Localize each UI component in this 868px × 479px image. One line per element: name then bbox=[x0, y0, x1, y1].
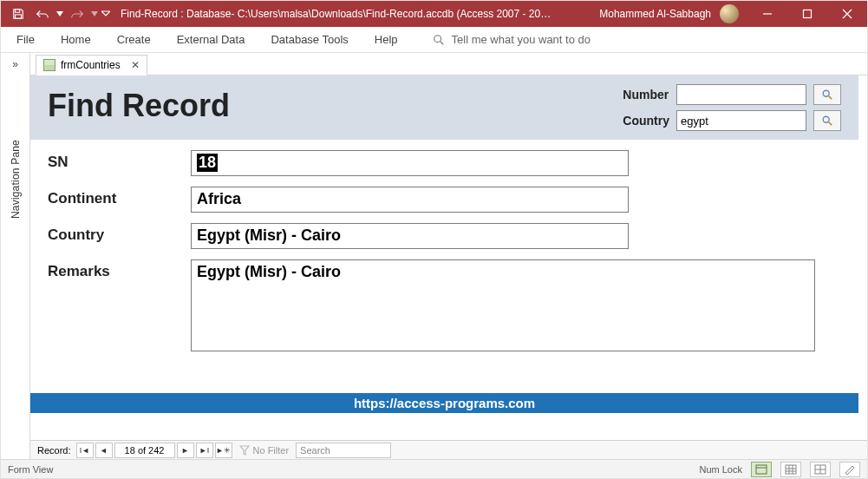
user-name[interactable]: Mohammed Al-Sabbagh bbox=[599, 8, 711, 20]
tab-file[interactable]: File bbox=[16, 33, 35, 46]
magnifier-icon bbox=[821, 115, 833, 127]
form-icon bbox=[43, 59, 55, 71]
tab-create[interactable]: Create bbox=[117, 33, 151, 46]
magnifier-icon bbox=[821, 89, 833, 101]
tell-me-label: Tell me what you want to do bbox=[452, 33, 591, 46]
first-record-button[interactable]: I◄ bbox=[76, 443, 94, 458]
minimize-button[interactable] bbox=[747, 1, 787, 27]
qat-customize-icon[interactable] bbox=[100, 1, 112, 27]
tab-label: frmCountries bbox=[61, 59, 121, 71]
datasheet-view-icon bbox=[785, 464, 797, 475]
statusbar: Form View Num Lock bbox=[1, 459, 867, 478]
form-header: Find Record Number Country bbox=[30, 75, 858, 140]
svg-line-6 bbox=[829, 96, 832, 100]
avatar[interactable] bbox=[720, 4, 739, 23]
filter-icon bbox=[239, 445, 250, 456]
search-panel: Number Country bbox=[623, 84, 843, 131]
search-country-button[interactable] bbox=[813, 110, 841, 131]
svg-line-4 bbox=[440, 41, 443, 44]
form-body: SN 18 Continent Africa Country Egypt (Mi… bbox=[30, 140, 858, 369]
svg-line-8 bbox=[829, 122, 832, 126]
new-record-button[interactable]: ►✳ bbox=[215, 443, 232, 458]
close-tab-icon[interactable]: ✕ bbox=[131, 59, 140, 71]
record-search-input[interactable]: Search bbox=[296, 443, 391, 458]
search-country-label: Country bbox=[623, 114, 669, 128]
quick-access-toolbar bbox=[1, 1, 112, 27]
datasheet-view-button[interactable] bbox=[780, 462, 801, 477]
sn-field[interactable]: 18 bbox=[191, 150, 629, 176]
continent-field[interactable]: Africa bbox=[191, 187, 629, 213]
search-country-input[interactable] bbox=[676, 110, 806, 131]
search-number-label: Number bbox=[623, 88, 669, 102]
record-counter[interactable]: 18 of 242 bbox=[114, 443, 175, 458]
navigation-pane-label: Navigation Pane bbox=[10, 140, 22, 219]
remarks-label: Remarks bbox=[48, 259, 191, 280]
undo-dropdown-icon[interactable] bbox=[55, 1, 65, 27]
document-tabs: frmCountries ✕ bbox=[30, 53, 867, 75]
country-field[interactable]: Egypt (Misr) - Cairo bbox=[191, 223, 629, 249]
layout-view-button[interactable] bbox=[810, 462, 831, 477]
prev-record-button[interactable]: ◄ bbox=[95, 443, 113, 458]
tab-frmcountries[interactable]: frmCountries ✕ bbox=[36, 55, 147, 75]
tab-database-tools[interactable]: Database Tools bbox=[271, 33, 348, 46]
redo-icon[interactable] bbox=[65, 1, 89, 27]
design-view-icon bbox=[844, 464, 856, 475]
save-icon[interactable] bbox=[6, 1, 30, 27]
view-mode-label: Form View bbox=[8, 464, 53, 475]
workspace: » Navigation Pane frmCountries ✕ Find Re… bbox=[1, 53, 867, 459]
tab-help[interactable]: Help bbox=[375, 33, 398, 46]
tab-external-data[interactable]: External Data bbox=[177, 33, 245, 46]
tab-home[interactable]: Home bbox=[61, 33, 91, 46]
remarks-field[interactable]: Egypt (Misr) - Cairo bbox=[191, 259, 815, 351]
form-view-icon bbox=[755, 464, 767, 475]
navigation-pane[interactable]: » Navigation Pane bbox=[1, 53, 30, 459]
continent-label: Continent bbox=[48, 187, 191, 207]
search-number-button[interactable] bbox=[813, 84, 841, 105]
sn-value: 18 bbox=[197, 154, 218, 172]
svg-rect-11 bbox=[786, 465, 796, 474]
document-area: frmCountries ✕ Find Record Number bbox=[30, 53, 867, 459]
form-view-button[interactable] bbox=[751, 462, 772, 477]
close-button[interactable] bbox=[827, 1, 867, 27]
next-record-button[interactable]: ► bbox=[177, 443, 194, 458]
search-icon bbox=[433, 34, 445, 46]
svg-rect-0 bbox=[16, 10, 20, 13]
record-label: Record: bbox=[34, 445, 75, 456]
app-window: Find-Record : Database- C:\Users\malsa\D… bbox=[0, 0, 868, 479]
design-view-button[interactable] bbox=[839, 462, 860, 477]
titlebar: Find-Record : Database- C:\Users\malsa\D… bbox=[1, 1, 867, 27]
expand-navpane-icon[interactable]: » bbox=[12, 58, 18, 70]
svg-rect-1 bbox=[16, 15, 22, 18]
undo-icon[interactable] bbox=[30, 1, 55, 27]
svg-rect-2 bbox=[804, 10, 812, 18]
window-title: Find-Record : Database- C:\Users\malsa\D… bbox=[121, 8, 551, 20]
ribbon: File Home Create External Data Database … bbox=[1, 27, 867, 53]
svg-point-5 bbox=[823, 90, 829, 96]
search-number-input[interactable] bbox=[676, 84, 806, 105]
svg-point-7 bbox=[823, 116, 829, 122]
svg-point-3 bbox=[434, 35, 441, 42]
country-label: Country bbox=[48, 223, 191, 244]
form-scroll[interactable]: Find Record Number Country bbox=[30, 75, 867, 440]
last-record-button[interactable]: ►I bbox=[196, 443, 213, 458]
layout-view-icon bbox=[814, 464, 826, 475]
tell-me[interactable]: Tell me what you want to do bbox=[433, 33, 591, 46]
record-navigator: Record: I◄ ◄ 18 of 242 ► ►I ►✳ No Filter… bbox=[30, 440, 867, 459]
maximize-button[interactable] bbox=[787, 1, 827, 27]
redo-dropdown-icon[interactable] bbox=[89, 1, 100, 27]
sn-label: SN bbox=[48, 150, 191, 171]
filter-label: No Filter bbox=[253, 445, 290, 456]
svg-rect-9 bbox=[756, 465, 767, 474]
filter-indicator[interactable]: No Filter bbox=[239, 445, 290, 456]
numlock-label: Num Lock bbox=[699, 464, 742, 475]
footer-link[interactable]: https://access-programs.com bbox=[30, 393, 858, 413]
